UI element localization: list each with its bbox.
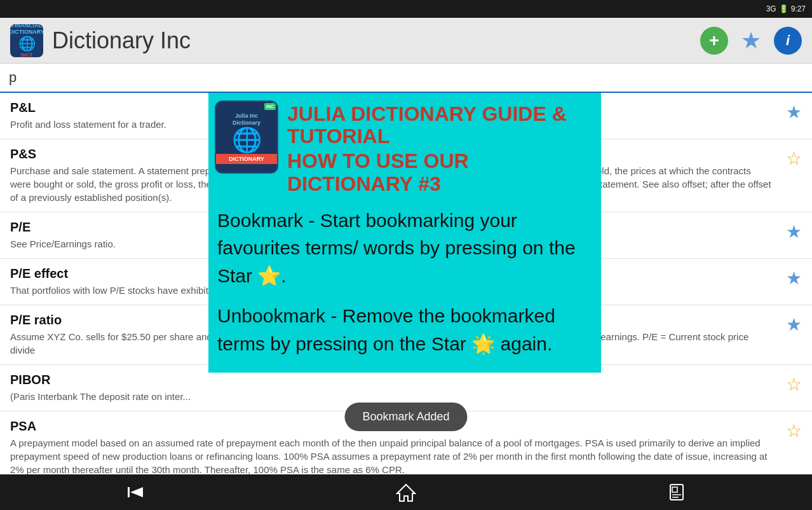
status-bar: 3G 🔋 9:27 <box>0 0 812 18</box>
battery-icon: 🔋 <box>779 4 788 13</box>
info-button[interactable]: i <box>774 27 802 55</box>
bookmark-pibor[interactable]: ☆ <box>786 374 802 395</box>
tutorial-overlay: INC Julia IncDictionary 🌐 DICTIONARY JUL… <box>208 93 601 373</box>
bookmark-psa[interactable]: ☆ <box>786 420 802 441</box>
home-icon <box>396 482 416 502</box>
bookmark-pl[interactable]: ★ <box>786 102 802 123</box>
time-display: 9:27 <box>791 4 806 13</box>
main-content: P&L Profit and loss statement for a trad… <box>0 93 812 474</box>
header-actions: + ★ i <box>700 27 802 55</box>
nav-bar <box>0 474 812 510</box>
tutorial-title-line1: JULIA DICTIONARY GUIDE & TUTORIAL <box>287 103 592 148</box>
back-icon <box>125 482 145 502</box>
app-header: FINANCIALDICTIONARY 🌐 DICT Dictionary In… <box>0 18 812 64</box>
tutorial-body: Bookmark - Start bookmarking your favour… <box>208 195 601 373</box>
bookmarks-button[interactable]: ★ <box>741 27 761 54</box>
recents-button[interactable] <box>647 477 706 507</box>
dict-def-psa: A prepayment model based on an assumed r… <box>10 436 773 474</box>
bookmark-ps[interactable]: ☆ <box>786 148 802 169</box>
tutorial-title-line2: HOW TO USE OUR DICTIONARY #3 <box>287 150 592 195</box>
svg-marker-2 <box>397 485 415 501</box>
status-icons: 3G 🔋 9:27 <box>766 4 806 13</box>
tutorial-title-block: JULIA DICTIONARY GUIDE & TUTORIAL HOW TO… <box>278 100 592 195</box>
search-input[interactable] <box>9 64 803 92</box>
signal-icon: 3G <box>766 4 776 13</box>
logo-top-text: Julia IncDictionary <box>230 110 263 127</box>
tutorial-bookmark-text: Bookmark - Start bookmarking your favour… <box>217 207 588 290</box>
svg-marker-0 <box>130 487 143 497</box>
back-button[interactable] <box>106 477 165 507</box>
bookmark-pe[interactable]: ★ <box>786 221 802 242</box>
bookmark-toast: Bookmark Added <box>344 403 467 431</box>
svg-rect-1 <box>128 487 130 497</box>
svg-rect-4 <box>672 487 677 492</box>
bookmark-pe-ratio[interactable]: ★ <box>786 314 802 335</box>
recents-icon <box>667 482 687 502</box>
logo-bottom-text: DICTIONARY <box>216 154 277 164</box>
app-title: Dictionary Inc <box>52 27 700 54</box>
add-button[interactable]: + <box>700 27 728 55</box>
search-bar <box>0 64 812 93</box>
app-icon: FINANCIALDICTIONARY 🌐 DICT <box>10 24 43 57</box>
dict-term-pibor: PIBOR <box>10 373 773 387</box>
logo-badge: INC <box>264 103 276 110</box>
tutorial-logo: INC Julia IncDictionary 🌐 DICTIONARY <box>215 100 278 174</box>
tutorial-unbookmark-text: Unbookmark - Remove the bookmarked terms… <box>217 302 588 357</box>
dict-item-pibor-content: PIBOR (Paris Interbank The deposit rate … <box>10 373 786 403</box>
home-button[interactable] <box>377 477 435 507</box>
bookmark-pe-effect[interactable]: ★ <box>786 268 802 289</box>
dict-def-pibor: (Paris Interbank The deposit rate on int… <box>10 390 773 403</box>
logo-globe-icon: 🌐 <box>232 126 262 154</box>
tutorial-header: INC Julia IncDictionary 🌐 DICTIONARY JUL… <box>208 93 601 195</box>
